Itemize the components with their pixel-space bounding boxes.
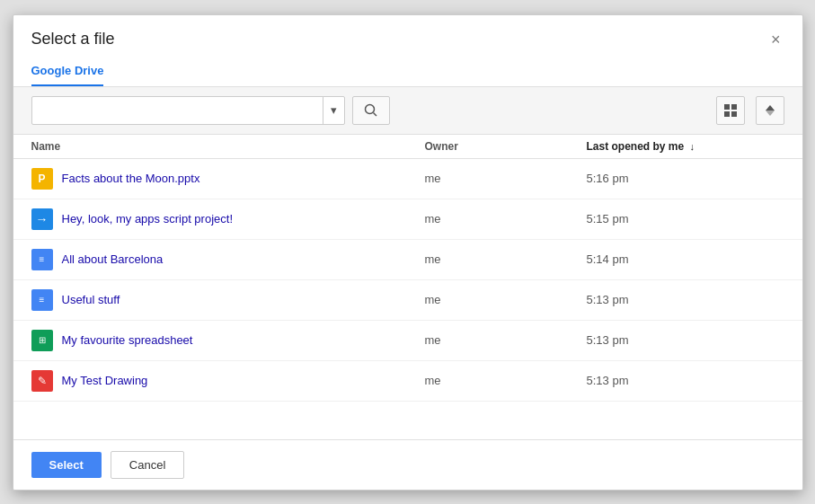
- dialog-header: Select a file ×: [13, 15, 802, 49]
- file-owner: me: [425, 172, 587, 185]
- grid-view-button[interactable]: [716, 96, 745, 125]
- search-button[interactable]: [352, 96, 390, 125]
- table-row[interactable]: ≡ All about Barcelona me 5:14 pm: [13, 240, 802, 280]
- file-icon-pptx: P: [31, 168, 53, 190]
- table-row[interactable]: P Facts about the Moon.pptx me 5:16 pm: [13, 159, 802, 199]
- file-date: 5:14 pm: [587, 252, 784, 266]
- search-icon: [364, 103, 378, 118]
- tabs-bar: Google Drive: [13, 57, 802, 87]
- file-date: 5:13 pm: [587, 293, 784, 306]
- file-name: Hey, look, my apps script project!: [62, 212, 234, 225]
- cancel-button[interactable]: Cancel: [111, 451, 184, 479]
- tab-google-drive[interactable]: Google Drive: [31, 57, 104, 86]
- file-list-header: Name Owner Last opened by me ↓: [13, 135, 802, 159]
- dialog-footer: Select Cancel: [13, 439, 802, 490]
- svg-line-1: [373, 112, 376, 116]
- dropdown-arrow-icon: ▾: [331, 103, 337, 117]
- table-row[interactable]: ≡ Useful stuff me 5:13 pm: [13, 280, 802, 321]
- grid-icon: [723, 103, 738, 118]
- search-dropdown-button[interactable]: ▾: [323, 97, 344, 124]
- sort-arrow-icon: ↓: [690, 141, 695, 152]
- select-file-dialog: Select a file × Google Drive ▾: [13, 14, 803, 491]
- dialog-title: Select a file: [31, 30, 115, 49]
- svg-rect-5: [731, 111, 737, 117]
- sort-view-button[interactable]: [756, 96, 784, 125]
- file-owner: me: [425, 252, 587, 266]
- table-row[interactable]: → Hey, look, my apps script project! me …: [13, 199, 802, 240]
- col-header-name[interactable]: Name: [31, 140, 425, 153]
- file-date: 5:13 pm: [587, 333, 784, 347]
- file-date: 5:15 pm: [587, 212, 784, 225]
- file-owner: me: [425, 212, 587, 225]
- file-list: Name Owner Last opened by me ↓ P Facts a…: [13, 135, 802, 439]
- svg-rect-2: [724, 104, 730, 110]
- svg-rect-4: [724, 111, 730, 117]
- file-name: Useful stuff: [62, 293, 120, 306]
- file-icon-doc: ≡: [31, 249, 53, 270]
- file-icon-script: →: [31, 208, 53, 230]
- file-name: My Test Drawing: [62, 374, 148, 387]
- file-icon-drawing: ✎: [31, 370, 53, 392]
- close-button[interactable]: ×: [767, 30, 784, 49]
- file-owner: me: [425, 293, 587, 306]
- file-owner: me: [425, 374, 587, 387]
- file-name: Facts about the Moon.pptx: [62, 172, 200, 185]
- file-date: 5:13 pm: [587, 374, 784, 387]
- search-input[interactable]: [32, 103, 323, 117]
- file-date: 5:16 pm: [587, 172, 784, 185]
- file-icon-doc: ≡: [31, 289, 53, 311]
- file-icon-sheet: ⊞: [31, 330, 53, 351]
- svg-rect-3: [731, 104, 737, 110]
- table-row[interactable]: ⊞ My favourite spreadsheet me 5:13 pm: [13, 321, 802, 361]
- select-button[interactable]: Select: [31, 452, 102, 478]
- file-name: My favourite spreadsheet: [62, 333, 193, 347]
- svg-marker-7: [766, 111, 775, 116]
- file-name: All about Barcelona: [62, 252, 164, 266]
- svg-point-0: [365, 104, 374, 113]
- col-header-owner[interactable]: Owner: [425, 140, 587, 153]
- toolbar: ▾: [13, 87, 802, 135]
- search-wrapper: ▾: [31, 96, 345, 125]
- table-row[interactable]: ✎ My Test Drawing me 5:13 pm: [13, 361, 802, 402]
- svg-marker-6: [766, 105, 775, 111]
- file-owner: me: [425, 333, 587, 347]
- sort-icon: [763, 103, 777, 118]
- col-header-date[interactable]: Last opened by me ↓: [587, 140, 784, 153]
